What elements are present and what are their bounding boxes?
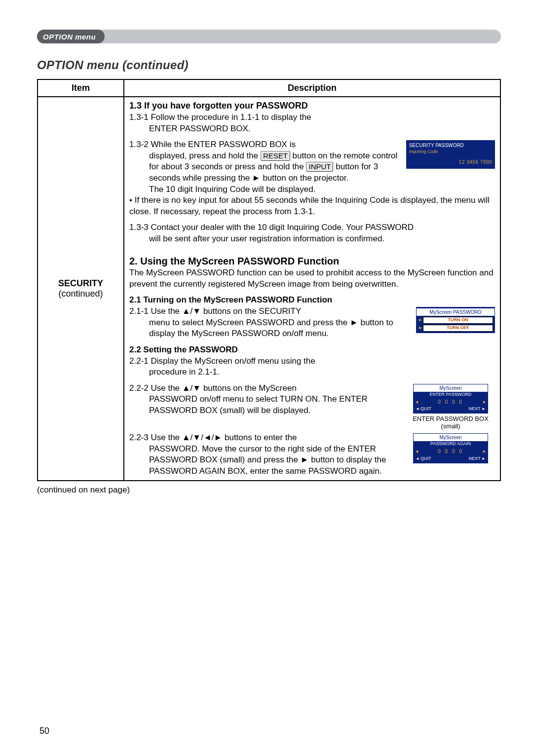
figure-inquiring-code: SECURITY PASSWORD Inquiring Code 12 3456… — [406, 140, 495, 169]
option-table: Item Description SECURITY (continued) 1.… — [37, 79, 501, 481]
box-quit: QUIT — [416, 456, 431, 462]
tab-label: OPTION menu — [43, 33, 96, 41]
description-cell: 1.3 If you have forgotten your PASSWORD … — [124, 97, 500, 481]
tab-bar-background — [37, 30, 501, 43]
enter-password-box: MyScreen ENTER PASSWORD 0 0 0 0 QUIT NEX… — [413, 384, 488, 414]
password-again-box: MyScreen PASSWORD AGAIN 0 0 0 0 QUIT NEX… — [413, 433, 488, 463]
box-next: NEXT — [469, 456, 486, 462]
fig-subheader: Inquiring Code — [409, 149, 492, 155]
box-title-1: MyScreen — [414, 384, 488, 392]
heading-2: 2. Using the MyScreen PASSWORD Function — [129, 255, 495, 268]
box-digits: 0 0 0 0 — [414, 448, 488, 455]
item-cell-security: SECURITY (continued) — [38, 97, 124, 481]
box-next: NEXT — [469, 406, 486, 412]
text: 2.2-3 Use the ▲/▼/◄/► buttons to enter t… — [129, 433, 297, 442]
fig-code: 12 3456 7890 — [409, 159, 492, 165]
figure-password-again-box: MyScreen PASSWORD AGAIN 0 0 0 0 QUIT NEX… — [406, 433, 495, 463]
header-description: Description — [124, 79, 500, 97]
text: The 10 digit Inquiring Code will be disp… — [149, 185, 315, 194]
figure-myscreen-onoff: MyScreen PASSWORD ► TURN ON ► TURN OFF — [416, 307, 495, 333]
box-title-2: PASSWORD AGAIN — [414, 441, 488, 448]
heading-2-2: 2.2 Setting the PASSWORD — [129, 344, 495, 356]
heading-2-1: 2.1 Turning on the MyScreen PASSWORD Fun… — [129, 295, 495, 306]
text: procedure in 2.1-1. — [129, 367, 495, 378]
reset-button-label: RESET — [261, 151, 290, 161]
box-title-1: MyScreen — [414, 434, 488, 441]
menu-arrow-icon: ► — [418, 325, 423, 331]
box-quit: QUIT — [416, 406, 431, 412]
text: will be sent after your user registratio… — [129, 233, 495, 245]
text: (small) — [441, 422, 460, 430]
box-title-2: ENTER PASSWORD — [414, 392, 488, 398]
figure-caption: ENTER PASSWORD BOX (small) — [406, 416, 495, 430]
item-subtitle: (continued) — [43, 289, 118, 299]
security-password-box: SECURITY PASSWORD Inquiring Code 12 3456… — [406, 140, 495, 169]
para-2-intro: The MyScreen PASSWORD function can be us… — [129, 267, 495, 290]
section-tab-bar: OPTION menu — [37, 30, 501, 47]
continued-note: (continued on next page) — [37, 485, 501, 495]
para-2-2-1: 2.2-1 Display the MyScreen on/off menu u… — [129, 356, 495, 378]
text: ENTER PASSWORD BOX — [413, 415, 489, 422]
menu-arrow-icon: ► — [418, 317, 423, 323]
heading-1-3: 1.3 If you have forgotten your PASSWORD — [129, 100, 495, 112]
menu-option-off: TURN OFF — [423, 325, 493, 332]
myscreen-password-menu: MyScreen PASSWORD ► TURN ON ► TURN OFF — [416, 307, 495, 333]
text: • If there is no key input for about 55 … — [129, 195, 490, 216]
page-number: 50 — [39, 726, 49, 736]
text: 1.3-3 Contact your dealer with the 10 di… — [129, 223, 414, 232]
section-title: OPTION menu (continued) — [37, 58, 501, 72]
para-1-3-1: 1.3-1 Follow the procedure in 1.1-1 to d… — [129, 112, 495, 134]
menu-title: MyScreen PASSWORD — [416, 308, 495, 316]
text: 2.2-1 Display the MyScreen on/off menu u… — [129, 356, 315, 366]
menu-option-on: TURN ON — [423, 317, 493, 324]
input-button-label: INPUT — [306, 162, 333, 172]
text: 2.1-1 Use the ▲/▼ buttons on the SECURIT… — [129, 306, 301, 316]
text: displayed, press and hold the — [149, 151, 261, 160]
para-1-3-3: 1.3-3 Contact your dealer with the 10 di… — [129, 222, 495, 244]
text: ENTER PASSWORD BOX. — [129, 123, 495, 135]
fig-header: SECURITY PASSWORD — [409, 142, 492, 149]
text: 2.2-2 Use the ▲/▼ buttons on the MyScree… — [129, 383, 297, 393]
header-item: Item — [38, 79, 124, 97]
box-digits: 0 0 0 0 — [414, 398, 488, 406]
item-title: SECURITY — [43, 278, 118, 289]
option-menu-tab: OPTION menu — [37, 30, 105, 43]
text: 1.3-1 Follow the procedure in 1.1-1 to d… — [129, 113, 311, 122]
figure-enter-password-box: MyScreen ENTER PASSWORD 0 0 0 0 QUIT NEX… — [406, 384, 495, 430]
text: 1.3-2 While the ENTER PASSWORD BOX is — [129, 140, 296, 149]
